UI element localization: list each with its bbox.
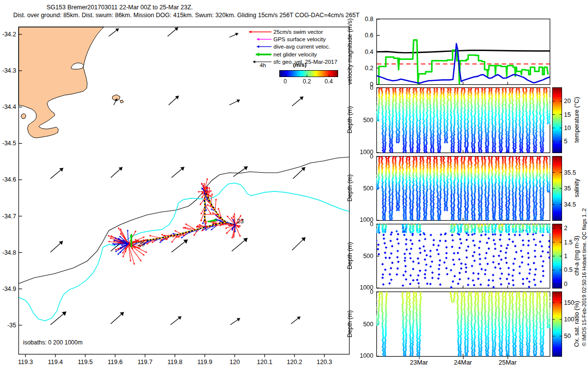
legend-arrow-icon [246,29,273,35]
track-fix-dot [198,228,200,230]
track-fix-dot [208,198,209,200]
map-lon-tick: 119.5 [78,359,93,366]
track-fix-dot [217,223,219,224]
swim-speed-colorbar [279,70,338,77]
land-mass [19,27,104,138]
swim-vector-arrow [215,199,216,210]
legend-colorbar-tickmark [285,75,286,77]
temperature-colorbar [552,87,562,153]
velocity-ytick: 0.8 [356,16,373,23]
track-fix-dot [210,202,211,204]
track-day-label: 23 [237,217,244,225]
velocity-ytick: 0.4 [356,49,373,55]
temperature-depth-tick: 500 [354,117,373,124]
xaxis-day-label: 24Mar [451,359,475,366]
map-lat-tick: -34.2 [2,31,17,38]
island [120,100,123,103]
legend-colorbar-tickmark [329,75,329,77]
salinity-plot-canvas [376,156,550,221]
chl-colorbar-tick: 0 [564,281,567,288]
xaxis-day-tickmark [463,357,464,359]
legend-item: dive-avg current veloc. [246,43,350,51]
map-lat-tick: -34.6 [2,176,17,183]
velocity-ytick: 0.6 [356,32,373,39]
track-fix-dot [148,239,150,240]
map-lat-tick: -34.7 [2,213,17,220]
temperature-colorbar-tick: 5 [564,138,567,145]
legend-item-label: net glider velocity [273,52,317,57]
chl-colorbar-tick: 1.5 [564,239,572,246]
track-fix-dot [204,208,205,210]
track-fix-dot [211,225,212,226]
xaxis-day-tickmark [508,357,508,359]
map-lon-tick: 119.6 [108,359,122,366]
track-fix-dot [207,225,209,227]
oxygen-depth-tick: 0 [354,289,373,295]
chl-depth-tick: 500 [354,253,373,260]
track-fix-dot [166,236,167,237]
track-fix-dot [222,219,224,221]
oxygen-depth-tick: 1000 [354,352,373,359]
track-fix-dot [184,232,185,234]
legend-item-label: GPS surface velocity [273,36,326,42]
map-lon-tick: 120.3 [317,359,332,366]
xaxis-day-label: 23Mar [407,359,431,366]
legend-time-spacing: 4h [260,62,266,68]
track-fix-dot [175,234,176,236]
track-fix-dot [187,231,188,233]
track-fix-dot [214,210,216,211]
track-fix-dot [178,233,180,235]
legend-arrow-icon [246,44,273,50]
oxygen-ylabel: Depth (m) [346,282,353,366]
chl-plot-canvas [376,224,550,289]
track-fix-dot [151,238,152,240]
salinity-depth-tick: 0 [354,153,373,160]
oxygen-plot-canvas [376,291,550,357]
temperature-depth-tick: 0 [354,84,373,91]
legend-item: 25cm/s swim vector [246,28,350,35]
track-fix-dot [180,233,182,234]
oxygen-colorbar-tick: 50 [564,333,571,340]
track-fix-dot [221,218,222,219]
isobath-1000m [19,183,349,321]
salinity-colorbar [552,156,562,221]
legend-colorbar-tick: 0.4 [322,78,336,85]
figure: SG153 Bremer201703011 22-Mar 00Z to 25-M… [0,0,588,368]
track-fix-dot [195,229,196,230]
track-fix-dot [213,208,215,210]
chl-colorbar-tick: 2 [564,225,567,232]
velocity-plot-canvas [376,19,550,85]
map-lat-tick: -34.8 [2,249,17,256]
map-lat-tick: -34.5 [2,140,17,147]
legend-colorbar-title: (m/s) [293,62,306,68]
velocity-ytick: 0.2 [356,65,373,72]
isobaths-label: isobaths: 0 200 1000m [23,339,82,346]
map-lon-tick: 120.2 [287,359,302,366]
track-fix-dot [172,235,173,236]
legend-item: GPS surface velocity [246,35,350,43]
map-lon-tick: 119.4 [48,359,63,366]
xaxis-day-tickmark [419,357,419,359]
chl-depth-tick: 0 [354,221,373,228]
legend-item-label: dive-avg current veloc. [273,44,330,50]
legend-arrow-icon [246,36,273,42]
swim-vector-arrow [149,236,161,238]
track-fix-dot [204,218,205,219]
chl-colorbar-tick: 1 [564,253,567,260]
legend-colorbar-tick: 0 [278,78,292,85]
map-lon-tick: 119.9 [197,359,212,366]
map-lat-tick: -35 [7,322,16,329]
track-fix-dot [164,237,165,238]
legend-arrow-icon [246,52,273,57]
track-fix-dot [220,222,222,224]
track-fix-dot [204,211,205,213]
map-lat-tick: -34.3 [2,67,17,74]
track-fix-dot [204,202,205,203]
legend-colorbar-tick: 0.2 [300,78,314,85]
track-fix-dot [193,230,195,231]
map-lon-tick: 120 [230,359,240,366]
temperature-colorbar-tick: 15 [564,111,571,118]
legend-rows: 25cm/s swim vectorGPS surface velocitydi… [246,28,350,66]
oxygen-colorbar [552,291,562,357]
temperature-colorbar-tick: 10 [564,125,571,131]
